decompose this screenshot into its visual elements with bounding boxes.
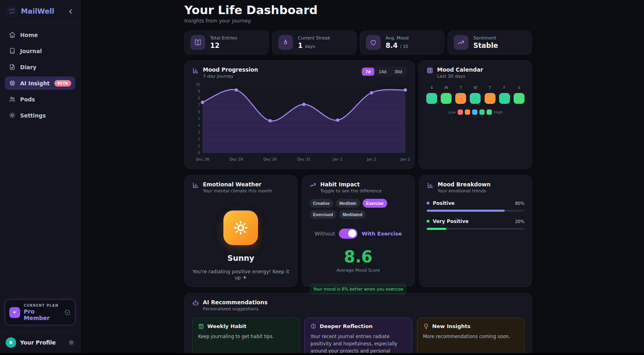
range-14d-button[interactable]: 14d bbox=[375, 68, 390, 76]
svg-text:Dec 29: Dec 29 bbox=[229, 157, 243, 161]
habit-toggle-row: Without With Exercise bbox=[310, 229, 407, 239]
sidebar-item-diary[interactable]: Diary bbox=[5, 60, 75, 74]
recommendation-title: Deeper Reflection bbox=[320, 323, 372, 329]
series-dot bbox=[427, 220, 429, 223]
theme-toggle-button[interactable] bbox=[68, 339, 74, 346]
home-icon bbox=[9, 31, 16, 38]
habit-insight-banner: Your mood is 8% better when you exercise bbox=[310, 283, 407, 295]
legend-swatch bbox=[472, 109, 477, 115]
calendar-cell bbox=[470, 93, 481, 104]
sidebar-item-pods[interactable]: Pods bbox=[5, 93, 75, 106]
calendar-cell bbox=[426, 93, 437, 104]
habit-chips: Creative Meditate Exercise Exercised Med… bbox=[310, 199, 407, 219]
progress-track bbox=[427, 228, 524, 230]
sidebar-item-ai-insight[interactable]: AI Insight BETA bbox=[5, 76, 75, 90]
card-subtitle: Last 30 days bbox=[437, 74, 483, 79]
mood-progression-card: Mood Progression 7-day journey 7d 14d 30… bbox=[184, 60, 415, 169]
svg-text:Dec 31: Dec 31 bbox=[297, 157, 311, 161]
card-subtitle: Your mental climate this month bbox=[203, 188, 272, 194]
stat-value: Stable bbox=[473, 41, 498, 50]
habit-chip-meditate[interactable]: Meditate bbox=[336, 199, 360, 208]
habit-chip-meditated[interactable]: Meditated bbox=[339, 210, 366, 219]
sidebar-item-label: AI Insight bbox=[20, 80, 50, 87]
brand-logo: mail well bbox=[5, 5, 19, 18]
heart-icon bbox=[366, 35, 381, 50]
stat-label: Total Entries bbox=[210, 35, 237, 41]
legend-swatch bbox=[487, 109, 492, 115]
svg-text:Dec 30: Dec 30 bbox=[263, 157, 277, 161]
card-title: Emotional Weather bbox=[203, 181, 272, 188]
svg-text:9: 9 bbox=[198, 89, 200, 93]
card-subtitle: Your emotional trends bbox=[438, 188, 491, 194]
recommendation-weekly-habit: Weekly Habit Keep journaling to get habi… bbox=[192, 318, 299, 355]
sidebar-item-settings[interactable]: Settings bbox=[5, 109, 75, 122]
plan-value: Pro Member bbox=[24, 308, 60, 321]
stat-card-avg-mood: Avg. Mood 8.4 / 10 bbox=[360, 31, 444, 54]
bar-chart-icon bbox=[192, 182, 199, 194]
robot-icon bbox=[192, 299, 199, 312]
profile-row[interactable]: R Your Profile bbox=[0, 331, 80, 355]
svg-text:3: 3 bbox=[198, 130, 200, 134]
plan-label: CURRENT PLAN bbox=[24, 303, 60, 308]
page-title: Your Life Dashboard bbox=[184, 4, 532, 17]
users-icon bbox=[9, 96, 16, 103]
mood-score-value: 8.6 bbox=[310, 248, 407, 266]
stats-row: Total Entries 12 Current Streak 1 days A… bbox=[184, 31, 532, 54]
svg-text:Dec 28: Dec 28 bbox=[196, 157, 209, 161]
calendar-cell bbox=[499, 93, 510, 104]
svg-text:Jan 3: Jan 3 bbox=[400, 157, 410, 161]
breakdown-label: Very Positive bbox=[433, 219, 469, 224]
breakdown-label: Positive bbox=[433, 200, 454, 206]
calendar-cell bbox=[455, 93, 466, 104]
current-plan-card[interactable]: CURRENT PLAN Pro Member bbox=[5, 299, 75, 325]
calendar-cells bbox=[426, 93, 524, 104]
recommendation-body: Keep journaling to get habit tips. bbox=[198, 333, 293, 341]
habit-impact-card: Habit Impact Toggle to see the differenc… bbox=[302, 175, 415, 287]
toggle-on-label: With Exercise bbox=[361, 231, 402, 237]
progress-fill bbox=[427, 228, 446, 230]
habit-chip-creative[interactable]: Creative bbox=[310, 199, 333, 208]
legend-swatch bbox=[479, 109, 485, 115]
beta-badge: BETA bbox=[54, 80, 71, 87]
habit-chip-exercised[interactable]: Exercised bbox=[310, 210, 337, 219]
sidebar-item-home[interactable]: Home bbox=[5, 28, 75, 41]
sidebar-item-journal[interactable]: Journal bbox=[5, 44, 75, 58]
grid-icon bbox=[426, 67, 433, 79]
legend-swatch bbox=[465, 109, 470, 115]
series-dot bbox=[427, 202, 429, 204]
calendar-cell bbox=[514, 93, 524, 104]
habit-chip-exercise[interactable]: Exercise bbox=[363, 199, 387, 208]
legend-swatch bbox=[458, 109, 463, 115]
mood-score-label: Average Mood Score bbox=[310, 268, 407, 272]
brand-name: MailWell bbox=[21, 7, 64, 15]
flame-icon bbox=[278, 35, 293, 50]
habit-toggle-switch[interactable] bbox=[339, 229, 357, 239]
progress-track bbox=[427, 210, 524, 212]
card-title: Habit Impact bbox=[320, 181, 382, 188]
range-30d-button[interactable]: 30d bbox=[391, 68, 406, 76]
range-7d-button[interactable]: 7d bbox=[362, 68, 374, 76]
sidebar-collapse-button[interactable] bbox=[67, 8, 74, 15]
card-subtitle: Toggle to see the difference bbox=[320, 188, 382, 194]
mood-line-chart: 012345678910Dec 28Dec 29Dec 30Dec 31Jan … bbox=[192, 82, 408, 162]
svg-text:2: 2 bbox=[198, 137, 200, 141]
brand-logo-text: mail well bbox=[5, 8, 18, 15]
stat-card-current-streak: Current Streak 1 days bbox=[272, 31, 357, 54]
stat-label: Sentiment bbox=[473, 35, 498, 41]
plan-text: CURRENT PLAN Pro Member bbox=[24, 303, 60, 321]
sidebar-item-label: Settings bbox=[20, 112, 46, 119]
mood-calendar-card: Mood Calendar Last 30 days SMTWTFS bbox=[419, 60, 532, 169]
recommendation-deeper-reflection: Deeper Reflection Your recent journal en… bbox=[304, 318, 412, 355]
svg-text:10: 10 bbox=[196, 83, 200, 87]
gear-icon bbox=[9, 112, 16, 119]
calendar-check-icon bbox=[198, 323, 204, 329]
stat-value: 8.4 / 10 bbox=[386, 41, 409, 50]
breakdown-percent: 20% bbox=[515, 219, 524, 224]
avatar: R bbox=[6, 337, 16, 348]
card-title: Mood Breakdown bbox=[438, 181, 491, 188]
legend-low-label: Low bbox=[448, 110, 456, 114]
card-subtitle: Personalized suggestions bbox=[203, 306, 268, 312]
recommendation-body: More recommendations coming soon. bbox=[423, 333, 518, 341]
weather-message: You're radiating positive energy! Keep i… bbox=[192, 269, 290, 281]
diary-icon bbox=[9, 64, 16, 70]
